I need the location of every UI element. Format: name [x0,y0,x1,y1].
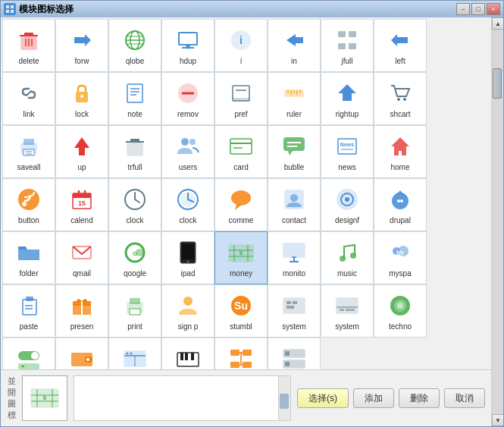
icon-cell-stumbl[interactable]: Sustumbl [214,284,268,338]
content-area: deleteforwqlobehdupiiinjfullleftlinklock… [1,17,503,426]
print-icon [120,290,150,321]
maximize-button[interactable]: □ [471,3,485,15]
icon-cell-monito[interactable]: monito [268,231,321,284]
icon-label-money: money [230,269,252,278]
icon-label-system1: system [282,322,306,331]
icon-cell-forw[interactable]: forw [55,19,108,72]
scroll-down-arrow[interactable]: ▼ [492,414,503,426]
svg-point-47 [403,98,406,101]
icon-cell-left[interactable]: left [374,19,427,72]
icon-cell-remov[interactable]: remov [161,72,214,125]
icon-cell-module[interactable]: Module [268,338,321,369]
scroll-thumb[interactable] [493,68,502,99]
icon-cell-qoogle[interactable]: Gqoogle [108,231,161,284]
minus-icon [173,78,203,108]
icon-cell-up[interactable]: up [55,125,108,178]
scroll-mini-thumb[interactable] [280,394,289,409]
icon-label-shcart: shcart [390,110,410,119]
icon-cell-system2[interactable]: system [321,284,374,338]
svg-point-58 [189,139,196,145]
icon-cell-in[interactable]: in [268,19,321,72]
icon-cell-sign_p[interactable]: sign p [161,284,214,338]
icon-cell-jfull[interactable]: jfull [321,19,374,72]
icon-cell-techno[interactable]: techno [374,284,427,338]
icon-cell-wallet[interactable]: wallet [55,338,108,369]
icon-cell-lock[interactable]: lock [55,72,108,125]
icon-cell-rightup[interactable]: rightup [321,72,374,125]
icon-cell-ipad[interactable]: ipad [161,231,214,284]
icon-cell-addln[interactable]: AddIn [161,338,214,369]
icon-cell-organi[interactable]: Organi [214,338,268,369]
minimize-button[interactable]: － [456,3,470,15]
icon-cell-comme[interactable]: comme [214,178,268,231]
window-icon [120,344,150,369]
icon-cell-news[interactable]: Newsnews [321,125,374,178]
icon-cell-link[interactable]: link [2,72,55,125]
icon-cell-trfull[interactable]: trfull [108,125,161,178]
svg-point-87 [290,194,298,202]
icon-cell-home[interactable]: home [374,125,427,178]
icon-cell-drupal[interactable]: drupal [374,178,427,231]
svg-rect-50 [23,149,34,155]
cancel-button[interactable]: 取消 [444,388,485,408]
icon-label-hdup: hdup [180,57,196,66]
icon-cell-clock[interactable]: clock [108,178,161,231]
clock-icon [120,184,150,215]
svg-point-149 [127,353,129,355]
svg-point-111 [340,256,346,262]
icon-cell-toggle[interactable]: toggle [2,338,55,369]
icon-cell-music[interactable]: music [321,231,374,284]
scroll-up-arrow[interactable]: ▲ [492,17,503,30]
icon-label-remov: remov [177,110,199,119]
paste-icon [14,290,44,321]
icon-cell-bublle[interactable]: bublle [268,125,321,178]
select-button[interactable]: 选择(s) [297,388,349,408]
icon-cell-calend[interactable]: 15calend [55,178,108,231]
scroll-mini[interactable] [74,375,291,421]
icon-cell-note[interactable]: note [108,72,161,125]
icon-label-left: left [395,57,405,66]
icon-cell-print[interactable]: print [108,284,161,338]
icon-cell-clock2[interactable]: clock [161,178,214,231]
icon-cell-delete[interactable]: delete [2,19,55,72]
icon-label-techno: techno [389,322,412,331]
calendar-icon: 15 [67,184,97,215]
svg-point-90 [345,197,349,202]
icon-cell-ruler[interactable]: ruler [268,72,321,125]
icon-label-stumbl: stumbl [230,322,252,331]
svg-rect-125 [130,309,140,315]
icon-cell-i[interactable]: ii [214,19,268,72]
icon-label-music: music [337,269,357,278]
icon-cell-gmail[interactable]: qmail [55,231,108,284]
icon-cell-paste[interactable]: paste [2,284,55,338]
side-label: 並 開 圖 標 [7,375,16,421]
icon-cell-button[interactable]: button [2,178,55,231]
printer-icon [14,131,44,162]
svg-rect-25 [349,43,356,49]
icon-cell-hdup[interactable]: hdup [161,19,214,72]
icon-cell-system1[interactable]: system [268,284,321,338]
piano-icon [173,344,203,369]
icon-cell-pref[interactable]: pref [214,72,268,125]
delete-button[interactable]: 删除 [399,388,440,408]
icon-cell-card[interactable]: card [214,125,268,178]
icon-cell-presen[interactable]: presen [55,284,108,338]
icon-cell-money[interactable]: $money [214,231,268,284]
icon-cell-shcart[interactable]: shcart [374,72,427,125]
icon-cell-windo[interactable]: windo [108,338,161,369]
icon-cell-users[interactable]: users [161,125,214,178]
add-button[interactable]: 添加 [353,388,394,408]
close-button[interactable]: × [487,3,500,15]
icon-cell-saveall[interactable]: saveall [2,125,55,178]
link-icon [14,78,44,108]
svg-rect-107 [283,243,305,257]
scroll-track[interactable] [492,30,503,414]
icon-cell-contact[interactable]: contact [268,178,321,231]
icon-cell-qlobe[interactable]: qlobe [108,19,161,72]
contact-icon [279,184,309,215]
svg-rect-116 [23,300,36,315]
svg-text:G: G [133,250,137,257]
icon-cell-myspa[interactable]: Mymyspa [374,231,427,284]
icon-cell-folder[interactable]: folder [2,231,55,284]
icon-cell-designf[interactable]: designf [321,178,374,231]
